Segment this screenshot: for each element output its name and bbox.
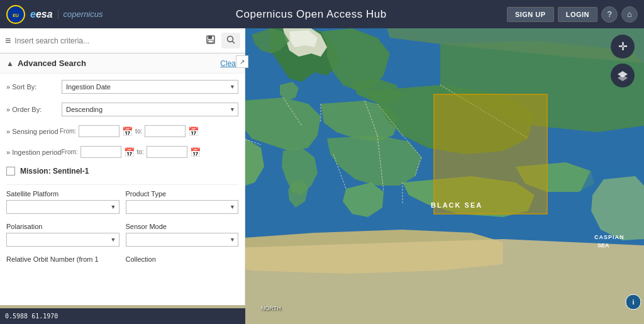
product-type-group: Product Type GRD SLC OCN RAW ▼ bbox=[126, 190, 239, 214]
sort-by-row: » Sort By: Ingestion Date Sensing Date U… bbox=[6, 80, 238, 94]
header: EU eesa copernicus Copernicus Open Acces… bbox=[0, 0, 644, 28]
sensing-to-label: to: bbox=[135, 128, 142, 135]
status-bar: 0.5988 61.1970 bbox=[0, 308, 245, 324]
mission-checkbox[interactable] bbox=[6, 167, 15, 176]
order-by-row: » Order By: Descending Ascending ▼ bbox=[6, 103, 238, 116]
svg-text:CASPIAN: CASPIAN bbox=[594, 234, 625, 240]
sort-by-select[interactable]: Ingestion Date Sensing Date Upload Date … bbox=[62, 80, 238, 94]
svg-text:BLACK SEA: BLACK SEA bbox=[431, 201, 482, 209]
order-by-label: » Order By: bbox=[6, 106, 57, 113]
save-button[interactable] bbox=[204, 33, 218, 48]
sensing-to-calendar-icon[interactable]: 📅 bbox=[188, 126, 199, 137]
product-type-select[interactable]: GRD SLC OCN RAW bbox=[126, 200, 239, 214]
mission-row: Mission: Sentinel-1 bbox=[6, 167, 238, 176]
copernicus-logo: copernicus bbox=[58, 9, 103, 19]
sensor-mode-group: Sensor Mode IW EW WV SM ▼ bbox=[126, 223, 239, 247]
sensor-mode-select-wrapper: IW EW WV SM ▼ bbox=[126, 233, 239, 247]
relative-orbit-label: Relative Orbit Number (from 1 bbox=[6, 255, 119, 263]
svg-text:i: i bbox=[632, 298, 634, 306]
search-panel: ▲ Advanced Search Clear » Sort By: Inges… bbox=[0, 53, 245, 305]
collection-group: Collection bbox=[126, 255, 239, 263]
sensing-period-inputs: From: 📅 to: 📅 bbox=[60, 125, 238, 137]
divider-1 bbox=[6, 184, 238, 185]
svg-rect-13 bbox=[434, 94, 547, 214]
ingestion-from-calendar-icon[interactable]: 📅 bbox=[124, 147, 135, 157]
ingestion-to-calendar-icon[interactable]: 📅 bbox=[190, 147, 201, 157]
ingestion-period-label: » Ingestion period bbox=[6, 148, 61, 156]
order-by-select-wrapper: Descending Ascending ▼ bbox=[62, 103, 238, 116]
polarisation-group: Polarisation HH VV HH+HV VV+VH ▼ bbox=[6, 223, 119, 247]
svg-text:SEA: SEA bbox=[597, 242, 609, 249]
orbit-collection-row: Relative Orbit Number (from 1 Collection bbox=[6, 255, 238, 263]
sort-by-select-wrapper: Ingestion Date Sensing Date Upload Date … bbox=[62, 80, 238, 94]
esa-logo: eesa bbox=[30, 9, 53, 20]
ingestion-period-row: » Ingestion period From: 📅 to: 📅 bbox=[6, 146, 238, 158]
panel-content: » Sort By: Ingestion Date Sensing Date U… bbox=[0, 74, 245, 278]
sensor-mode-label: Sensor Mode bbox=[126, 223, 239, 230]
satellite-platform-select-wrapper: S1A S1B ▼ bbox=[6, 200, 119, 214]
pan-icon[interactable]: ✛ bbox=[611, 35, 635, 59]
search-input[interactable] bbox=[14, 36, 200, 45]
collapse-icon[interactable]: ▲ bbox=[6, 59, 14, 68]
polarisation-label: Polarisation bbox=[6, 223, 119, 230]
product-type-select-wrapper: GRD SLC OCN RAW ▼ bbox=[126, 200, 239, 214]
ingestion-from-label: From: bbox=[61, 148, 77, 155]
order-by-select[interactable]: Descending Ascending bbox=[62, 103, 238, 116]
satellite-platform-select[interactable]: S1A S1B bbox=[6, 200, 119, 214]
sensing-to-input[interactable] bbox=[145, 125, 186, 137]
sensing-period-label: » Sensing period bbox=[6, 128, 60, 135]
header-title: Copernicus Open Access Hub bbox=[115, 8, 506, 21]
coordinates: 0.5988 61.1970 bbox=[5, 313, 58, 320]
collection-label: Collection bbox=[126, 255, 239, 263]
satellite-platform-group: Satellite Platform S1A S1B ▼ bbox=[6, 190, 119, 214]
map-controls: ✛ bbox=[611, 35, 635, 87]
sensing-from-calendar-icon[interactable]: 📅 bbox=[122, 126, 133, 137]
search-button[interactable] bbox=[221, 33, 240, 48]
header-actions: SIGN UP LOGIN ? ⌂ bbox=[507, 6, 638, 23]
layers-icon[interactable] bbox=[611, 64, 635, 87]
ingestion-from-input[interactable] bbox=[80, 146, 121, 158]
home-icon[interactable]: ⌂ bbox=[621, 6, 638, 23]
mission-label: Mission: Sentinel-1 bbox=[20, 167, 89, 176]
sensing-period-row: » Sensing period From: 📅 to: 📅 bbox=[6, 125, 238, 137]
menu-icon[interactable]: ≡ bbox=[5, 35, 11, 47]
signup-button[interactable]: SIGN UP bbox=[507, 7, 554, 22]
north-indicator: NORTH bbox=[261, 305, 281, 311]
svg-rect-22 bbox=[208, 36, 212, 39]
help-icon[interactable]: ? bbox=[601, 6, 618, 23]
login-button[interactable]: LOGIN bbox=[558, 7, 597, 22]
expand-panel-icon[interactable]: ↗ bbox=[236, 55, 248, 68]
product-type-label: Product Type bbox=[126, 190, 239, 198]
sensor-mode-select[interactable]: IW EW WV SM bbox=[126, 233, 239, 247]
svg-text:EU: EU bbox=[13, 13, 19, 18]
polarisation-sensor-row: Polarisation HH VV HH+HV VV+VH ▼ Sensor … bbox=[6, 223, 238, 247]
advanced-search-label: Advanced Search bbox=[18, 59, 86, 68]
panel-header: ▲ Advanced Search Clear bbox=[0, 53, 245, 74]
relative-orbit-group: Relative Orbit Number (from 1 bbox=[6, 255, 119, 263]
satellite-platform-label: Satellite Platform bbox=[6, 190, 119, 198]
ingestion-period-inputs: From: 📅 to: 📅 bbox=[61, 146, 238, 158]
svg-point-24 bbox=[228, 36, 233, 42]
svg-rect-23 bbox=[208, 40, 213, 43]
ingestion-to-input[interactable] bbox=[147, 146, 187, 158]
polarisation-select-wrapper: HH VV HH+HV VV+VH ▼ bbox=[6, 233, 119, 247]
svg-marker-27 bbox=[618, 75, 628, 81]
ingestion-to-label: to: bbox=[137, 148, 144, 155]
satellite-product-row: Satellite Platform S1A S1B ▼ Product Typ… bbox=[6, 190, 238, 214]
sensing-from-label: From: bbox=[60, 128, 76, 135]
sensing-from-input[interactable] bbox=[79, 125, 119, 137]
svg-line-25 bbox=[233, 42, 235, 44]
polarisation-select[interactable]: HH VV HH+HV VV+VH bbox=[6, 233, 119, 247]
search-bar: ≡ bbox=[0, 28, 245, 53]
eu-logo: EU bbox=[6, 5, 25, 24]
sort-by-label: » Sort By: bbox=[6, 83, 57, 91]
panel-title: ▲ Advanced Search bbox=[6, 59, 86, 68]
header-logos: EU eesa copernicus bbox=[6, 5, 103, 24]
